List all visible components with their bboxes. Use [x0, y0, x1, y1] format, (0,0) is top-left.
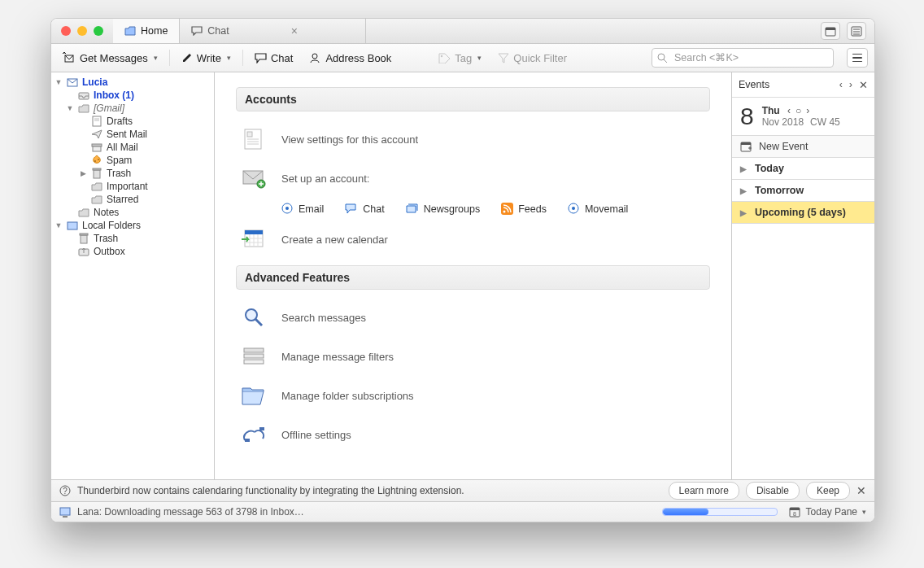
- spam-row[interactable]: Spam: [51, 154, 214, 167]
- rss-icon: [501, 203, 513, 215]
- manage-filters-row[interactable]: Manage message filters: [236, 337, 710, 376]
- learn-more-button[interactable]: Learn more: [669, 482, 739, 500]
- infobar-text: Thunderbird now contains calendaring fun…: [77, 485, 464, 496]
- important-row[interactable]: Important: [51, 180, 214, 193]
- write-button[interactable]: Write ▾: [177, 50, 236, 66]
- svg-rect-53: [245, 439, 250, 442]
- archive-icon: [90, 142, 103, 152]
- setup-chat[interactable]: Chat: [345, 203, 384, 215]
- drafts-row[interactable]: Drafts: [51, 115, 214, 128]
- chat-icon: [345, 203, 358, 215]
- setup-feeds[interactable]: Feeds: [501, 203, 547, 215]
- local-folders-row[interactable]: ▼ Local Folders: [51, 219, 214, 232]
- movemail-icon: [568, 203, 580, 215]
- advanced-heading: Advanced Features: [236, 265, 710, 290]
- svg-rect-27: [247, 132, 252, 137]
- svg-rect-13: [93, 116, 101, 126]
- date-prev-icon[interactable]: ‹: [787, 105, 791, 116]
- trash-icon: [90, 168, 103, 179]
- svg-rect-20: [94, 170, 100, 178]
- date-next-icon[interactable]: ›: [806, 105, 809, 116]
- today-pane-button[interactable]: 8 Today Pane ▾: [789, 506, 866, 518]
- tab-chat-label: Chat: [207, 25, 229, 37]
- svg-rect-1: [826, 28, 835, 30]
- close-window-button[interactable]: [61, 26, 71, 36]
- chevron-down-icon: ▾: [227, 54, 231, 62]
- trash-gmail-row[interactable]: ▶ Trash: [51, 167, 214, 180]
- date-today-icon[interactable]: ○: [795, 105, 801, 116]
- zoom-window-button[interactable]: [94, 26, 103, 36]
- tag-button[interactable]: Tag ▾: [434, 50, 486, 66]
- chevron-down-icon: ▾: [154, 54, 158, 62]
- events-prev-icon[interactable]: ‹: [839, 79, 843, 91]
- infobar-close-icon[interactable]: ✕: [856, 484, 866, 497]
- events-date: 8 Thu ‹ ○ › Nov 2018 CW 45: [732, 98, 874, 136]
- svg-point-9: [658, 54, 665, 60]
- sent-icon: [90, 129, 103, 139]
- tab-home[interactable]: Home: [113, 19, 180, 43]
- outbox-row[interactable]: Outbox: [51, 245, 214, 258]
- events-pane: Events ‹ › ✕ 8 Thu ‹ ○ ›: [731, 72, 874, 479]
- app-menu-button[interactable]: [847, 48, 868, 68]
- offline-settings-row[interactable]: Offline settings: [236, 415, 710, 454]
- create-calendar-row[interactable]: Create a new calendar: [236, 220, 710, 259]
- setup-account-row: Set up an account:: [236, 159, 710, 198]
- search-input[interactable]: [673, 51, 828, 64]
- svg-point-48: [246, 309, 257, 321]
- chevron-down-icon: ▾: [862, 508, 866, 516]
- setup-email[interactable]: Email: [281, 203, 324, 215]
- gmail-row[interactable]: ▼ [Gmail]: [51, 102, 214, 115]
- events-close-icon[interactable]: ✕: [859, 79, 868, 91]
- search-box[interactable]: [652, 48, 834, 68]
- account-row[interactable]: ▼ Lucia: [51, 76, 214, 89]
- view-settings-row[interactable]: View settings for this account: [236, 120, 710, 159]
- events-day-number: 8: [740, 104, 754, 129]
- setup-newsgroups[interactable]: Newsgroups: [406, 203, 480, 215]
- trash-local-row[interactable]: Trash: [51, 232, 214, 245]
- setup-options: Email Chat Newsgroups Feeds Movemail: [236, 198, 710, 220]
- setup-movemail[interactable]: Movemail: [568, 203, 629, 215]
- new-event-button[interactable]: New Event: [732, 136, 874, 158]
- events-today-group[interactable]: ▶Today: [732, 158, 874, 180]
- svg-text:?: ?: [63, 487, 68, 496]
- events-next-icon[interactable]: ›: [849, 79, 852, 91]
- minimize-window-button[interactable]: [77, 26, 87, 36]
- svg-point-8: [441, 55, 442, 56]
- tab-close-icon[interactable]: ×: [291, 24, 298, 37]
- app-window: Home Chat × Get Messages ▾: [50, 18, 875, 522]
- svg-text:8: 8: [793, 511, 796, 517]
- disable-button[interactable]: Disable: [746, 482, 800, 500]
- folder-subs-row[interactable]: Manage folder subscriptions: [236, 376, 710, 415]
- calendar-button[interactable]: [821, 22, 840, 40]
- local-folders-icon: [66, 221, 79, 230]
- svg-rect-22: [68, 222, 77, 229]
- sent-row[interactable]: Sent Mail: [51, 128, 214, 141]
- tasks-button[interactable]: [847, 22, 866, 40]
- newsgroups-icon: [406, 203, 419, 215]
- svg-point-36: [285, 207, 289, 210]
- svg-line-10: [664, 59, 667, 63]
- folder-icon: [124, 26, 136, 36]
- notes-row[interactable]: Notes: [51, 206, 214, 219]
- svg-point-19: [98, 159, 99, 160]
- get-messages-button[interactable]: Get Messages ▾: [58, 50, 163, 66]
- account-icon: [66, 77, 79, 87]
- allmail-row[interactable]: All Mail: [51, 141, 214, 154]
- svg-rect-54: [259, 427, 264, 430]
- body: ▼ Lucia Inbox (1) ▼ [Gmail] Drafts: [51, 72, 874, 479]
- draft-icon: [90, 116, 103, 127]
- search-messages-row[interactable]: Search messages: [236, 298, 710, 337]
- chat-icon: [255, 53, 267, 63]
- quick-filter-button[interactable]: Quick Filter: [493, 50, 572, 66]
- folder-icon: [77, 208, 90, 217]
- events-upcoming-group[interactable]: ▶Upcoming (5 days): [732, 202, 874, 224]
- chat-button[interactable]: Chat: [250, 50, 298, 66]
- new-event-icon: [740, 141, 752, 152]
- tab-chat[interactable]: Chat ×: [180, 19, 366, 43]
- events-tomorrow-group[interactable]: ▶Tomorrow: [732, 180, 874, 202]
- starred-row[interactable]: Starred: [51, 193, 214, 206]
- inbox-row[interactable]: Inbox (1): [51, 89, 214, 102]
- address-book-button[interactable]: Address Book: [304, 50, 396, 66]
- keep-button[interactable]: Keep: [806, 482, 850, 500]
- folder-icon: [90, 181, 103, 191]
